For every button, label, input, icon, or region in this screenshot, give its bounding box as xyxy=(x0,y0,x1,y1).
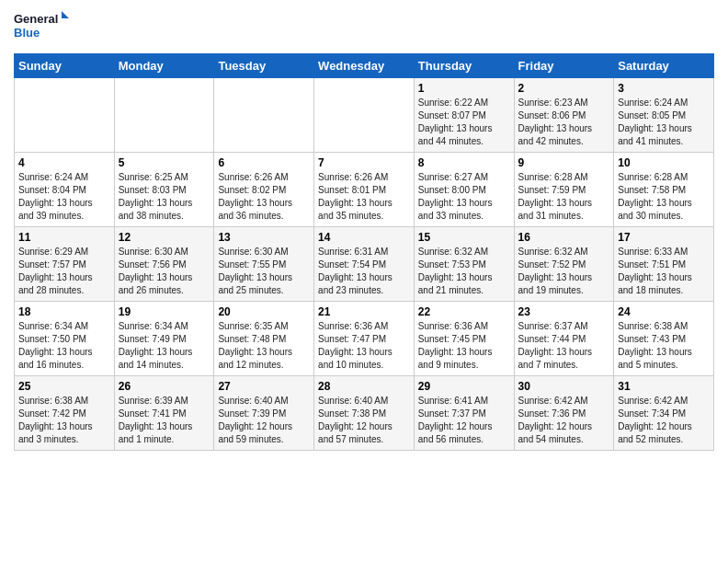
day-number: 3 xyxy=(618,82,710,95)
day-info: Sunrise: 6:28 AM Sunset: 7:59 PM Dayligh… xyxy=(518,171,610,223)
day-info: Sunrise: 6:22 AM Sunset: 8:07 PM Dayligh… xyxy=(418,97,510,148)
calendar-cell xyxy=(214,78,314,153)
day-info: Sunrise: 6:30 AM Sunset: 7:55 PM Dayligh… xyxy=(218,246,310,297)
header-wednesday: Wednesday xyxy=(314,54,415,78)
day-number: 6 xyxy=(218,156,310,169)
svg-text:General: General xyxy=(14,12,58,26)
week-row-4: 18Sunrise: 6:34 AM Sunset: 7:50 PM Dayli… xyxy=(15,302,714,376)
calendar-cell: 26Sunrise: 6:39 AM Sunset: 7:41 PM Dayli… xyxy=(114,376,214,451)
calendar-cell: 29Sunrise: 6:41 AM Sunset: 7:37 PM Dayli… xyxy=(414,376,514,451)
header-sunday: Sunday xyxy=(15,54,115,78)
calendar-cell: 15Sunrise: 6:32 AM Sunset: 7:53 PM Dayli… xyxy=(414,227,514,302)
calendar-cell: 23Sunrise: 6:37 AM Sunset: 7:44 PM Dayli… xyxy=(514,302,614,376)
day-info: Sunrise: 6:39 AM Sunset: 7:41 PM Dayligh… xyxy=(119,395,210,446)
day-info: Sunrise: 6:29 AM Sunset: 7:57 PM Dayligh… xyxy=(18,246,110,297)
calendar-cell: 4Sunrise: 6:24 AM Sunset: 8:04 PM Daylig… xyxy=(15,153,115,227)
day-number: 7 xyxy=(318,156,410,169)
calendar-cell: 18Sunrise: 6:34 AM Sunset: 7:50 PM Dayli… xyxy=(15,302,115,376)
svg-marker-2 xyxy=(62,11,69,18)
day-number: 22 xyxy=(418,305,510,318)
day-info: Sunrise: 6:42 AM Sunset: 7:36 PM Dayligh… xyxy=(518,395,610,446)
calendar-cell: 21Sunrise: 6:36 AM Sunset: 7:47 PM Dayli… xyxy=(314,302,415,376)
day-info: Sunrise: 6:37 AM Sunset: 7:44 PM Dayligh… xyxy=(518,320,610,372)
week-row-2: 4Sunrise: 6:24 AM Sunset: 8:04 PM Daylig… xyxy=(15,153,714,227)
calendar-cell: 8Sunrise: 6:27 AM Sunset: 8:00 PM Daylig… xyxy=(414,153,514,227)
day-number: 1 xyxy=(418,82,510,95)
day-info: Sunrise: 6:32 AM Sunset: 7:52 PM Dayligh… xyxy=(518,246,610,297)
day-number: 14 xyxy=(318,231,410,244)
calendar-cell: 12Sunrise: 6:30 AM Sunset: 7:56 PM Dayli… xyxy=(114,227,214,302)
day-info: Sunrise: 6:41 AM Sunset: 7:37 PM Dayligh… xyxy=(418,395,510,446)
week-row-1: 1Sunrise: 6:22 AM Sunset: 8:07 PM Daylig… xyxy=(15,78,714,153)
day-info: Sunrise: 6:36 AM Sunset: 7:47 PM Dayligh… xyxy=(318,320,410,372)
day-number: 28 xyxy=(318,380,410,393)
calendar-cell: 2Sunrise: 6:23 AM Sunset: 8:06 PM Daylig… xyxy=(514,78,614,153)
day-number: 17 xyxy=(618,231,710,244)
day-number: 2 xyxy=(518,82,610,95)
day-number: 5 xyxy=(119,156,210,169)
calendar-cell: 27Sunrise: 6:40 AM Sunset: 7:39 PM Dayli… xyxy=(214,376,314,451)
calendar-table: SundayMondayTuesdayWednesdayThursdayFrid… xyxy=(14,53,714,451)
day-number: 16 xyxy=(518,231,610,244)
day-number: 30 xyxy=(518,380,610,393)
day-number: 4 xyxy=(18,156,110,169)
day-info: Sunrise: 6:34 AM Sunset: 7:49 PM Dayligh… xyxy=(119,320,210,372)
calendar-cell: 22Sunrise: 6:36 AM Sunset: 7:45 PM Dayli… xyxy=(414,302,514,376)
day-number: 19 xyxy=(119,305,210,318)
day-number: 18 xyxy=(18,305,110,318)
header-tuesday: Tuesday xyxy=(214,54,314,78)
calendar-cell xyxy=(15,78,115,153)
calendar-cell xyxy=(314,78,415,153)
calendar-cell: 1Sunrise: 6:22 AM Sunset: 8:07 PM Daylig… xyxy=(414,78,514,153)
day-info: Sunrise: 6:25 AM Sunset: 8:03 PM Dayligh… xyxy=(119,171,210,223)
day-info: Sunrise: 6:32 AM Sunset: 7:53 PM Dayligh… xyxy=(418,246,510,297)
day-info: Sunrise: 6:36 AM Sunset: 7:45 PM Dayligh… xyxy=(418,320,510,372)
day-number: 31 xyxy=(618,380,710,393)
calendar-cell: 6Sunrise: 6:26 AM Sunset: 8:02 PM Daylig… xyxy=(214,153,314,227)
week-row-5: 25Sunrise: 6:38 AM Sunset: 7:42 PM Dayli… xyxy=(15,376,714,451)
day-number: 25 xyxy=(18,380,110,393)
day-number: 23 xyxy=(518,305,610,318)
day-number: 26 xyxy=(119,380,210,393)
calendar-cell: 11Sunrise: 6:29 AM Sunset: 7:57 PM Dayli… xyxy=(15,227,115,302)
calendar-cell: 25Sunrise: 6:38 AM Sunset: 7:42 PM Dayli… xyxy=(15,376,115,451)
day-info: Sunrise: 6:34 AM Sunset: 7:50 PM Dayligh… xyxy=(18,320,110,372)
day-info: Sunrise: 6:26 AM Sunset: 8:02 PM Dayligh… xyxy=(218,171,310,223)
page-header: General Blue xyxy=(14,9,714,46)
day-info: Sunrise: 6:33 AM Sunset: 7:51 PM Dayligh… xyxy=(618,246,710,297)
header-monday: Monday xyxy=(114,54,214,78)
day-info: Sunrise: 6:40 AM Sunset: 7:39 PM Dayligh… xyxy=(218,395,310,446)
day-number: 12 xyxy=(119,231,210,244)
day-info: Sunrise: 6:40 AM Sunset: 7:38 PM Dayligh… xyxy=(318,395,410,446)
day-info: Sunrise: 6:35 AM Sunset: 7:48 PM Dayligh… xyxy=(218,320,310,372)
calendar-cell: 16Sunrise: 6:32 AM Sunset: 7:52 PM Dayli… xyxy=(514,227,614,302)
day-info: Sunrise: 6:38 AM Sunset: 7:42 PM Dayligh… xyxy=(18,395,110,446)
day-number: 10 xyxy=(618,156,710,169)
calendar-cell: 31Sunrise: 6:42 AM Sunset: 7:34 PM Dayli… xyxy=(614,376,714,451)
calendar-cell: 10Sunrise: 6:28 AM Sunset: 7:58 PM Dayli… xyxy=(614,153,714,227)
calendar-cell: 28Sunrise: 6:40 AM Sunset: 7:38 PM Dayli… xyxy=(314,376,415,451)
day-info: Sunrise: 6:23 AM Sunset: 8:06 PM Dayligh… xyxy=(518,97,610,148)
day-info: Sunrise: 6:31 AM Sunset: 7:54 PM Dayligh… xyxy=(318,246,410,297)
day-number: 29 xyxy=(418,380,510,393)
calendar-cell: 7Sunrise: 6:26 AM Sunset: 8:01 PM Daylig… xyxy=(314,153,415,227)
logo-svg: General Blue xyxy=(14,9,69,46)
calendar-cell: 17Sunrise: 6:33 AM Sunset: 7:51 PM Dayli… xyxy=(614,227,714,302)
week-row-3: 11Sunrise: 6:29 AM Sunset: 7:57 PM Dayli… xyxy=(15,227,714,302)
calendar-cell: 13Sunrise: 6:30 AM Sunset: 7:55 PM Dayli… xyxy=(214,227,314,302)
day-number: 15 xyxy=(418,231,510,244)
header-thursday: Thursday xyxy=(414,54,514,78)
calendar-header-row: SundayMondayTuesdayWednesdayThursdayFrid… xyxy=(15,54,714,78)
day-number: 20 xyxy=(218,305,310,318)
day-number: 13 xyxy=(218,231,310,244)
day-info: Sunrise: 6:42 AM Sunset: 7:34 PM Dayligh… xyxy=(618,395,710,446)
calendar-cell: 5Sunrise: 6:25 AM Sunset: 8:03 PM Daylig… xyxy=(114,153,214,227)
day-number: 9 xyxy=(518,156,610,169)
calendar-cell: 30Sunrise: 6:42 AM Sunset: 7:36 PM Dayli… xyxy=(514,376,614,451)
calendar-cell xyxy=(114,78,214,153)
calendar-cell: 9Sunrise: 6:28 AM Sunset: 7:59 PM Daylig… xyxy=(514,153,614,227)
header-saturday: Saturday xyxy=(614,54,714,78)
svg-text:Blue: Blue xyxy=(14,26,40,40)
calendar-cell: 24Sunrise: 6:38 AM Sunset: 7:43 PM Dayli… xyxy=(614,302,714,376)
calendar-cell: 19Sunrise: 6:34 AM Sunset: 7:49 PM Dayli… xyxy=(114,302,214,376)
